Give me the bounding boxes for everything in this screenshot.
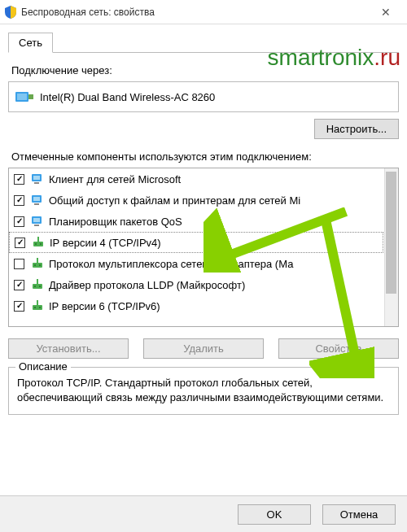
svg-rect-18 <box>34 264 36 266</box>
component-row[interactable]: Общий доступ к файлам и принтерам для се… <box>9 190 398 211</box>
component-row[interactable]: Клиент для сетей Microsoft <box>9 168 398 190</box>
component-label: Клиент для сетей Microsoft <box>49 173 181 185</box>
scrollbar[interactable] <box>384 168 398 326</box>
svg-rect-16 <box>33 263 42 268</box>
svg-rect-15 <box>40 243 42 245</box>
svg-rect-22 <box>34 286 36 287</box>
svg-rect-12 <box>33 242 43 246</box>
adapter-box: Intel(R) Dual Band Wireless-AC 8260 <box>8 81 399 112</box>
svg-rect-8 <box>34 203 39 205</box>
svg-rect-27 <box>39 307 41 308</box>
network-adapter-icon <box>15 89 33 104</box>
svg-rect-13 <box>37 237 39 242</box>
dialog-footer: OK Отмена <box>0 495 407 532</box>
components-list[interactable]: Клиент для сетей MicrosoftОбщий доступ к… <box>8 168 399 327</box>
component-row[interactable]: Планировщик пакетов QoS <box>9 211 398 232</box>
component-label: IP версии 6 (TCP/IPv6) <box>49 300 160 312</box>
checkbox[interactable] <box>15 238 25 248</box>
monitor-icon <box>31 193 49 208</box>
component-row[interactable]: IP версии 4 (TCP/IPv4) <box>9 232 383 253</box>
network-protocol-icon <box>31 256 49 272</box>
install-button[interactable]: Установить... <box>8 338 129 359</box>
description-group: Описание Протокол TCP/IP. Стандартный пр… <box>8 367 399 415</box>
svg-rect-4 <box>33 176 40 180</box>
monitor-icon <box>31 214 49 229</box>
svg-rect-11 <box>34 225 39 226</box>
components-label: Отмеченные компоненты используются этим … <box>11 150 396 163</box>
properties-button[interactable]: Свойства <box>278 338 399 359</box>
configure-button[interactable]: Настроить... <box>314 119 399 139</box>
checkbox[interactable] <box>14 195 24 206</box>
description-text: Протокол TCP/IP. Стандартный протокол гл… <box>17 376 390 404</box>
checkbox[interactable] <box>14 216 24 227</box>
svg-rect-2 <box>28 94 33 99</box>
network-protocol-icon <box>31 299 49 314</box>
adapter-name: Intel(R) Dual Band Wireless-AC 8260 <box>40 91 215 103</box>
titlebar: Беспроводная сеть: свойства ✕ <box>0 0 407 24</box>
svg-rect-23 <box>39 286 41 287</box>
svg-rect-10 <box>33 218 40 222</box>
svg-rect-21 <box>37 279 38 284</box>
remove-button[interactable]: Удалить <box>143 338 264 359</box>
component-label: Драйвер протокола LLDP (Майкрософт) <box>49 279 245 291</box>
svg-rect-20 <box>33 284 42 289</box>
svg-rect-5 <box>34 182 39 184</box>
svg-rect-14 <box>35 243 37 245</box>
svg-rect-26 <box>34 307 36 308</box>
component-label: Протокол мультиплексора сетевого адаптер… <box>49 258 293 270</box>
svg-rect-7 <box>33 197 40 201</box>
svg-rect-24 <box>33 305 42 310</box>
scroll-thumb[interactable] <box>386 172 396 294</box>
shield-icon <box>5 6 16 19</box>
tab-network[interactable]: Сеть <box>8 33 53 53</box>
component-row[interactable]: IP версии 6 (TCP/IPv6) <box>9 295 398 316</box>
ok-button[interactable]: OK <box>238 504 311 525</box>
svg-rect-19 <box>39 264 41 266</box>
network-protocol-icon <box>32 235 50 251</box>
checkbox[interactable] <box>14 301 24 312</box>
checkbox[interactable] <box>14 259 24 269</box>
svg-rect-25 <box>37 300 38 305</box>
component-row[interactable]: Протокол мультиплексора сетевого адаптер… <box>9 253 398 274</box>
description-legend: Описание <box>15 360 71 373</box>
checkbox[interactable] <box>14 174 24 185</box>
checkbox[interactable] <box>14 280 24 290</box>
window-title: Беспроводная сеть: свойства <box>21 7 370 18</box>
monitor-icon <box>31 172 49 187</box>
svg-rect-17 <box>37 258 38 263</box>
component-row[interactable]: Драйвер протокола LLDP (Майкрософт) <box>9 274 398 295</box>
cancel-button[interactable]: Отмена <box>322 504 396 525</box>
watermark: smartronix.ru <box>268 45 400 71</box>
component-label: Общий доступ к файлам и принтерам для се… <box>49 194 300 207</box>
close-icon[interactable]: ✕ <box>370 6 402 19</box>
component-label: IP версии 4 (TCP/IPv4) <box>50 237 161 249</box>
component-label: Планировщик пакетов QoS <box>49 216 182 228</box>
svg-rect-1 <box>17 94 27 100</box>
network-protocol-icon <box>31 277 49 293</box>
